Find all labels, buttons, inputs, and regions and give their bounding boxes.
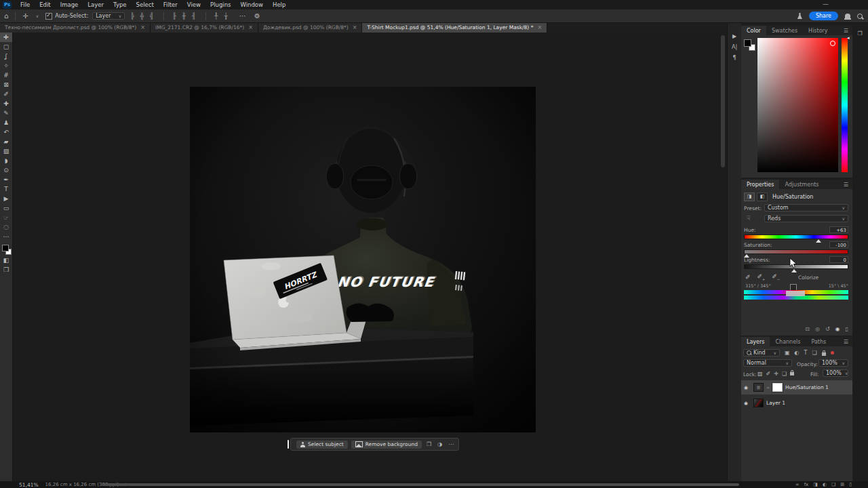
reset-icon[interactable]: ↺ [825,326,830,332]
eyedropper-plus-icon[interactable]: ✐+ [757,273,766,281]
distribute-spacing-buttons[interactable]: ╀ ╁ [209,13,235,20]
filter-pixel-icon[interactable]: ▣ [785,350,790,356]
distribute-buttons[interactable]: ╟ ╫ ╢ [167,13,203,20]
crop-icon[interactable]: ❐ [425,441,433,447]
collapse-dock-icon[interactable]: ❐ [853,28,867,39]
document-tab[interactable]: Техно-пессимизм Дроплист.psd @ 100% (RGB… [0,22,151,33]
tool-button[interactable]: ✧ [0,61,12,70]
blend-mode-dropdown[interactable]: Normal ∨ [743,359,792,367]
panel-tab[interactable]: Properties [741,180,779,189]
color-picker-ring[interactable] [830,41,835,46]
tool-button[interactable]: ▧ [0,146,12,156]
filter-adjustment-icon[interactable]: ◐ [795,350,800,356]
layer-mask-thumbnail[interactable] [772,383,783,392]
delete-adjustment-icon[interactable]: ▯ [846,326,848,332]
panel-tab[interactable]: Layers [741,337,770,346]
auto-select-target-dropdown[interactable]: Layer ∨ [92,12,125,20]
menu-item[interactable]: Layer [83,0,108,9]
filter-type-icon[interactable]: T [804,350,808,356]
tool-button[interactable]: ✎ [0,108,12,118]
fill-dropdown[interactable]: 100% ∨ [823,369,848,377]
layer-row-hue-saturation[interactable]: ◉ ☰ ∞ Hue/Saturation 1 [741,380,852,394]
layer-visibility-eye-icon[interactable]: ◉ [744,401,751,406]
new-layer-icon[interactable]: ⊞ [840,482,844,487]
menu-item[interactable]: View [182,0,205,9]
tool-button[interactable]: ⋯ [0,232,12,241]
panel-menu-icon[interactable]: ☰ [844,182,851,188]
document-tab[interactable]: IMG_2171.CR2 @ 16,7% (RGB/16*) × [151,22,258,33]
preset-dropdown[interactable]: Custom ∨ [764,204,848,211]
panel-tab[interactable]: Adjustments [779,180,824,189]
layer-effects-icon[interactable]: fx [804,482,809,487]
hue-range-marker[interactable] [786,291,805,296]
panel-tab[interactable]: History [803,26,833,35]
menu-item[interactable]: Help [268,0,290,9]
tab-close-icon[interactable]: × [140,24,145,30]
hue-slider[interactable] [744,235,848,239]
tool-button[interactable]: # [0,70,12,80]
previous-state-icon[interactable]: ◎ [815,326,820,332]
lightness-value[interactable]: 0 [829,256,848,263]
hue-value[interactable]: +63 [829,226,848,233]
tool-button[interactable]: ▢ [0,42,12,52]
notifications-bell-icon[interactable] [845,14,850,18]
layer-thumbnail[interactable] [753,399,764,407]
panel-tab[interactable]: Paths [806,337,832,346]
share-button[interactable]: Share [809,12,838,20]
tool-button[interactable]: ▭ [0,203,12,213]
tool-button[interactable]: ✐ [0,89,12,99]
menu-item[interactable]: Edit [35,0,55,9]
collapsed-panel-icon[interactable]: ▶ [728,30,741,41]
lock-paint-icon[interactable]: ✐ [766,371,771,377]
remove-background-button[interactable]: Remove background [351,441,422,449]
channel-dropdown[interactable]: Reds ∨ [764,215,848,222]
targeted-adjustment-hand-icon[interactable]: ☟ [747,215,750,222]
tab-close-icon[interactable]: × [248,24,253,30]
hue-slider-thumb[interactable] [816,239,821,243]
panel-tab[interactable]: Swatches [766,26,803,35]
opacity-dropdown[interactable]: 100% ∨ [818,359,848,367]
lock-transparency-icon[interactable]: ▨ [757,371,763,377]
filter-shape-icon[interactable]: ❏ [812,350,816,356]
tool-button[interactable]: ◗ [0,156,12,165]
tool-button[interactable]: T [0,184,12,194]
tool-button[interactable]: ◌ [0,222,12,232]
auto-select-checkbox[interactable] [45,13,52,20]
add-mask-icon[interactable]: ◨ [813,482,818,487]
link-layers-icon[interactable]: ∞ [795,482,800,487]
tab-close-icon[interactable]: × [537,24,542,30]
zoom-level[interactable]: 51,41% [19,482,39,488]
layer-visibility-eye-icon[interactable]: ◉ [744,385,751,390]
document-tab[interactable]: T-Shirt Mockup1.psd @ 51,4% (Hue/Saturat… [362,22,547,33]
saturation-value[interactable]: -100 [829,241,848,248]
filter-toggle-icon[interactable] [831,351,834,354]
menu-item[interactable]: Plugins [205,0,235,9]
mask-link-icon[interactable]: ∞ [766,385,770,390]
adjustment-icon[interactable]: ◑ [436,441,443,447]
menu-item[interactable]: File [16,0,35,9]
more-options-icon[interactable]: ⋯ [447,441,455,447]
filter-smart-object-icon[interactable] [822,352,826,356]
foreground-background-swatches[interactable] [0,243,12,256]
collapsed-panel-icon[interactable]: ¶ [728,52,741,63]
panel-menu-icon[interactable]: ☰ [844,339,851,345]
lightness-slider[interactable] [744,264,848,269]
tool-button[interactable]: ◧ [0,256,12,265]
hue-ramp[interactable] [842,38,848,172]
panel-menu-icon[interactable]: ☰ [844,28,851,34]
minimize-button[interactable]: — [818,0,833,8]
eyedropper-minus-icon[interactable]: ✐− [772,273,780,281]
hue-ramp-marker[interactable]: ◂ [847,35,850,41]
collapsed-panel-icon[interactable]: A| [728,41,741,52]
adjustment-layer-thumbnail[interactable]: ☰ [753,383,764,392]
foreground-color-swatch[interactable] [744,39,751,47]
align-buttons[interactable]: ╠ ╬ ╣ [125,13,161,20]
tool-button[interactable]: ✚ [0,99,12,108]
layer-filter-dropdown[interactable]: Kind ∨ [743,349,780,357]
layer-row-layer1[interactable]: ◉ Layer 1 [741,396,852,410]
more-options-icon[interactable]: ⋯ [235,12,250,20]
visibility-eye-icon[interactable]: ◉ [835,326,840,332]
delete-layer-icon[interactable]: ▯ [849,482,852,487]
tool-button[interactable]: ▶ [0,194,12,203]
document-image[interactable]: NO FUTURE NO FUTURE [190,87,536,432]
